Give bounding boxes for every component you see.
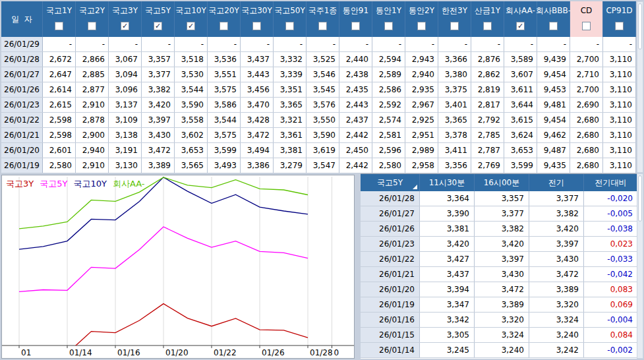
table-row[interactable]: 26/01/282,6722,8663,0673,3573,5183,5363,… (1, 52, 636, 67)
axis-tick-label: 01/26 (262, 348, 285, 357)
table-cell: 3,430 (529, 252, 584, 266)
table-cell: 2,580 (372, 158, 405, 173)
top-table-scrollbar-thumb[interactable] (638, 3, 642, 49)
table-cell: 3,389 (529, 282, 584, 297)
table-row[interactable]: 26/01/272,6472,8853,0943,3773,5303,5513,… (1, 67, 636, 82)
table-cell: 3,191 (109, 143, 142, 158)
table-cell: 2,601 (43, 143, 76, 158)
table-cell: 2,680 (570, 128, 603, 142)
diff-cell: 0,023 (584, 237, 638, 251)
table-cell: 2,440 (339, 52, 372, 67)
table-cell: 3,381 (274, 143, 307, 158)
table-cell: 2,594 (372, 52, 405, 67)
table-cell: 9,487 (537, 143, 570, 158)
table-cell: 3,377 (475, 206, 529, 221)
table-row[interactable]: 26/01/262,6142,8773,0963,3823,5443,5753,… (1, 82, 636, 98)
table-row[interactable]: 26/01/222,5982,8783,1093,3973,5583,5443,… (1, 113, 636, 128)
column-checkbox[interactable]: ✓ (187, 22, 195, 30)
table-cell: 3,110 (603, 67, 636, 82)
table-row[interactable]: 26/01/212,5982,9003,1383,4303,6023,5753,… (1, 128, 636, 143)
row-date: 26/01/19 (361, 297, 420, 312)
column-header: 국고30Y (241, 1, 274, 37)
table-cell: 2,876 (471, 52, 504, 67)
table-row[interactable]: 26/01/163,3423,3203,324-0,004 (361, 313, 638, 328)
table-row[interactable]: 26/01/203,3943,4723,3890,083 (361, 282, 638, 297)
table-cell: 3,599 (208, 143, 241, 158)
row-date: 26/01/14 (361, 343, 420, 357)
table-row[interactable]: 26/01/263,3813,3823,420-0,038 (361, 222, 638, 237)
table-cell: 3,382 (142, 82, 175, 97)
table-row[interactable]: 26/01/232,6152,9103,1373,4203,5903,5863,… (1, 98, 636, 113)
column-header-label: 국고1Y (46, 5, 72, 18)
table-cell: 2,647 (43, 67, 76, 82)
table-row[interactable]: 26/01/273,3903,3773,382-0,005 (361, 206, 638, 222)
column-header: CP91D (603, 1, 636, 37)
detail-table: 국고5Y11시30분16시00분전기전기대비 26/01/283,3643,35… (361, 173, 638, 359)
table-cell: 3,653 (504, 143, 537, 158)
table-row[interactable]: 26/01/213,4373,4303,472-0,042 (361, 267, 638, 282)
table-cell: 3,420 (475, 237, 529, 251)
column-header-label: 산금1Y (475, 5, 500, 18)
column-checkbox[interactable]: ✓ (121, 22, 129, 30)
column-checkbox[interactable] (318, 22, 327, 30)
column-header-label: 통안1Y (376, 5, 401, 18)
column-header-label: 국고5Y (145, 5, 171, 18)
column-checkbox[interactable] (220, 22, 228, 30)
table-cell: 3,320 (529, 297, 584, 312)
column-checkbox[interactable]: ✓ (516, 22, 525, 30)
table-cell: - (405, 37, 438, 51)
axis-tick-label: 01/20 (165, 348, 189, 357)
table-row[interactable]: 26/01/153,3053,3243,2400,084 (361, 328, 638, 343)
table-row[interactable]: 26/01/29------------------ (1, 37, 636, 52)
column-checkbox[interactable] (384, 22, 393, 30)
legend-item: 회사AA- (113, 178, 145, 190)
column-checkbox[interactable] (450, 22, 459, 30)
table-row[interactable]: 26/01/143,2453,2403,242-0,002 (361, 343, 638, 358)
column-header-label: 국고50Y (274, 5, 305, 18)
table-cell: 2,877 (76, 82, 109, 97)
chart-legend: 국고3Y국고5Y국고10Y회사AA- (6, 178, 144, 190)
column-checkbox[interactable] (252, 22, 261, 30)
table-cell: 2,940 (76, 143, 109, 158)
table-cell: - (438, 37, 471, 51)
table-cell: 3,240 (529, 328, 584, 342)
rates-table-header: 일 자 국고1Y국고2Y국고3Y✓국고5Y✓국고10Y✓국고20Y국고30Y국고… (1, 1, 636, 37)
column-checkbox[interactable] (88, 22, 96, 30)
table-cell: 2,443 (339, 98, 372, 112)
table-cell: - (142, 37, 175, 51)
column-checkbox[interactable] (351, 22, 360, 30)
column-header-label: CP91D (606, 5, 632, 18)
table-cell: 9,435 (537, 158, 570, 173)
table-row[interactable]: 26/01/233,4203,4203,3970,023 (361, 237, 638, 252)
column-header-label: 회사BBB- (536, 5, 571, 18)
detail-column-selector[interactable]: 국고5Y (361, 174, 420, 191)
column-checkbox[interactable] (483, 22, 492, 30)
table-row[interactable]: 26/01/192,5802,9103,1303,3893,5653,4933,… (1, 158, 636, 173)
rates-table-body: 26/01/29------------------26/01/282,6722… (1, 37, 636, 173)
table-row[interactable]: 26/01/193,3473,3893,3200,069 (361, 297, 638, 313)
column-checkbox[interactable] (582, 22, 591, 30)
column-checkbox[interactable]: ✓ (154, 22, 162, 30)
column-checkbox[interactable] (615, 22, 624, 30)
table-row[interactable]: 26/01/283,3643,3573,377-0,020 (361, 191, 638, 206)
table-row[interactable]: 26/01/223,4273,3973,430-0,033 (361, 252, 638, 267)
detail-table-scrollbar-thumb[interactable] (638, 175, 642, 222)
rates-table: 일 자 국고1Y국고2Y국고3Y✓국고5Y✓국고10Y✓국고20Y국고30Y국고… (1, 1, 636, 173)
table-cell: 2,592 (372, 98, 405, 112)
table-cell: 3,590 (307, 128, 339, 142)
table-cell: 3,240 (475, 343, 529, 357)
table-cell: 3,493 (208, 158, 241, 173)
column-checkbox[interactable] (549, 22, 558, 30)
detail-table-scrollbar[interactable] (637, 173, 643, 359)
table-cell: 3,381 (420, 222, 475, 236)
top-table-scrollbar[interactable] (637, 1, 643, 173)
table-cell: 3,110 (603, 113, 636, 127)
column-checkbox[interactable] (55, 22, 63, 30)
table-cell: 3,653 (175, 143, 208, 158)
column-checkbox[interactable] (285, 22, 294, 30)
table-row[interactable]: 26/01/202,6012,9403,1913,4723,6533,5993,… (1, 143, 636, 158)
column-header: 한전3Y (438, 1, 471, 37)
column-checkbox[interactable] (417, 22, 426, 30)
table-cell: 3,377 (142, 67, 175, 82)
table-cell: 3,365 (274, 98, 307, 112)
